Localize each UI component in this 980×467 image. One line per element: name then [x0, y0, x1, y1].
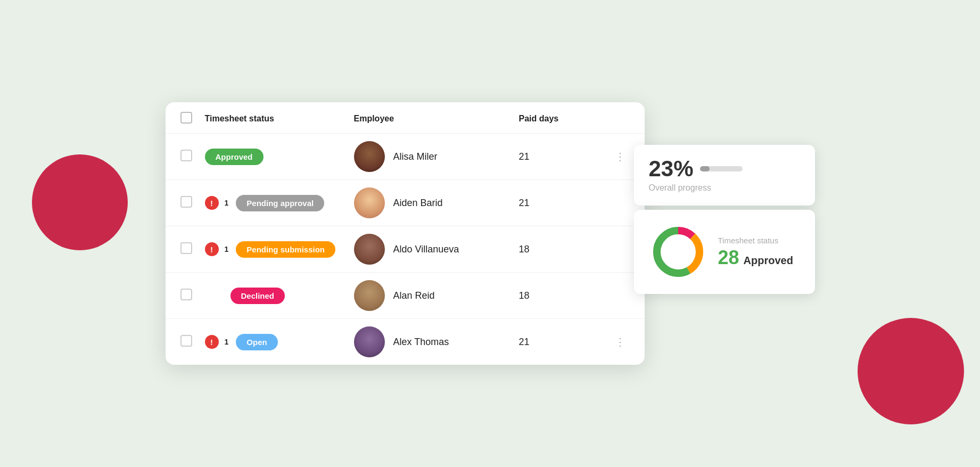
employee-name-1: Alisa Miler	[393, 151, 438, 162]
avatar-alex	[354, 326, 385, 357]
row-checkbox-5[interactable]	[180, 335, 192, 347]
row-checkbox-2[interactable]	[180, 196, 192, 208]
more-options-5[interactable]: ⋮	[611, 335, 630, 348]
progress-panel: 23% Overall progress	[634, 145, 815, 206]
alert-count-2: 1	[225, 199, 229, 207]
status-badge-open: Open	[236, 334, 277, 350]
donut-count: 28	[718, 247, 739, 268]
avatar-aiden	[354, 187, 385, 218]
alert-icon-2: !	[205, 196, 219, 210]
more-options-1[interactable]: ⋮	[611, 150, 630, 163]
paid-days-4: 18	[519, 290, 611, 301]
table-row: Declined Alan Reid 18 ⋮	[166, 273, 645, 319]
column-header-status: Timesheet status	[205, 114, 274, 123]
status-badge-declined: Declined	[230, 288, 285, 304]
status-badge-pending-approval: Pending approval	[236, 195, 324, 211]
status-badge-approved: Approved	[205, 149, 263, 165]
main-container: Timesheet status Employee Paid days Appr…	[166, 102, 815, 365]
progress-label: Overall progress	[649, 183, 800, 193]
paid-days-5: 21	[519, 337, 611, 348]
progress-percent: 23%	[649, 158, 694, 180]
paid-days-3: 18	[519, 244, 611, 255]
table-row: ! 1 Open Alex Thomas 21 ⋮	[166, 319, 645, 365]
avatar-aldo	[354, 234, 385, 265]
avatar-alan	[354, 280, 385, 311]
alert-icon-3: !	[205, 242, 219, 256]
employee-name-2: Aiden Barid	[393, 198, 443, 209]
table-card: Timesheet status Employee Paid days Appr…	[166, 102, 645, 365]
status-badge-pending-submission: Pending submission	[236, 241, 335, 258]
paid-days-2: 21	[519, 198, 611, 209]
progress-bar-container	[700, 166, 743, 171]
svg-point-4	[662, 235, 695, 268]
donut-status-label: Approved	[744, 255, 793, 267]
alert-icon-5: !	[205, 335, 219, 349]
donut-legend: Timesheet status 28 Approved	[718, 236, 793, 268]
row-checkbox-3[interactable]	[180, 242, 192, 254]
employee-name-3: Aldo Villanueva	[393, 244, 459, 255]
alert-count-5: 1	[225, 338, 229, 346]
employee-name-5: Alex Thomas	[393, 337, 449, 348]
side-panels: 23% Overall progress	[634, 145, 815, 294]
table-header: Timesheet status Employee Paid days	[166, 102, 645, 134]
employee-name-4: Alan Reid	[393, 290, 435, 301]
avatar-alisa	[354, 141, 385, 172]
donut-title: Timesheet status	[718, 236, 793, 245]
table-row: Approved Alisa Miler 21 ⋮	[166, 134, 645, 180]
select-all-checkbox[interactable]	[180, 112, 192, 124]
row-checkbox-4[interactable]	[180, 289, 192, 300]
row-checkbox-1[interactable]	[180, 150, 192, 161]
donut-panel: Timesheet status 28 Approved	[634, 210, 815, 294]
progress-bar-background	[700, 166, 743, 171]
alert-count-3: 1	[225, 245, 229, 253]
column-header-paid-days: Paid days	[519, 114, 559, 123]
progress-bar-fill	[700, 166, 710, 171]
table-row: ! 1 Pending submission Aldo Villanueva 1…	[166, 226, 645, 273]
donut-chart	[649, 223, 707, 281]
bg-circle-left	[32, 154, 128, 250]
paid-days-1: 21	[519, 151, 611, 162]
bg-circle-right	[858, 318, 964, 424]
column-header-employee: Employee	[354, 114, 394, 123]
table-row: ! 1 Pending approval Aiden Barid 21 ⋮	[166, 180, 645, 226]
